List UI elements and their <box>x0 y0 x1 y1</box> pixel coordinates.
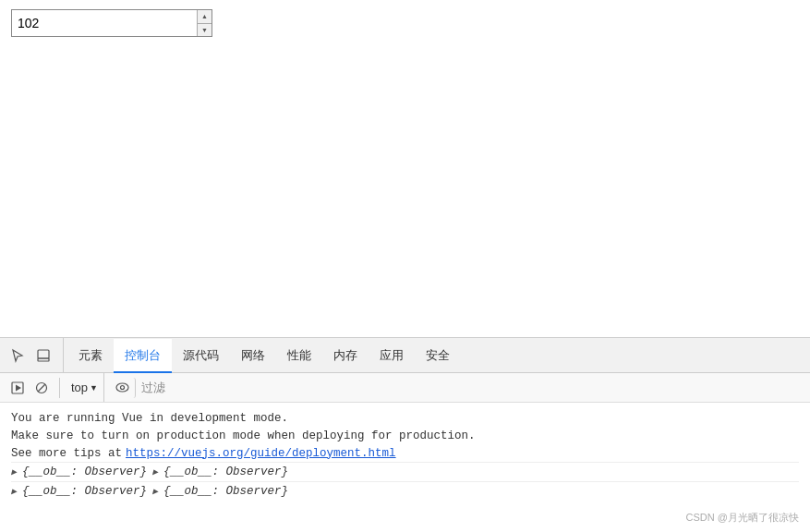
tab-memory[interactable]: 内存 <box>322 339 369 373</box>
devtools-toolbar: top ▼ 过滤 <box>0 373 810 403</box>
devtools-panel: 元素 控制台 源代码 网络 性能 内存 应用 安全 <box>0 337 810 532</box>
deployment-link[interactable]: https://vuejs.org/guide/deployment.html <box>126 445 396 463</box>
tab-application[interactable]: 应用 <box>369 339 415 373</box>
spinner-buttons: ▲ ▼ <box>197 10 212 36</box>
devtools-tabs: 元素 控制台 源代码 网络 性能 内存 应用 安全 <box>0 338 810 373</box>
toolbar-icon-group <box>7 378 60 398</box>
console-line-1: You are running Vue in development mode. <box>11 410 799 428</box>
expand-icon-2b[interactable]: ▶ <box>152 486 158 497</box>
spinner-up-button[interactable]: ▲ <box>198 10 212 24</box>
console-obj-row-1: ▶ {__ob__: Observer} ▶ {__ob__: Observer… <box>11 462 799 481</box>
play-icon[interactable] <box>7 378 28 398</box>
console-obj-row-2: ▶ {__ob__: Observer} ▶ {__ob__: Observer… <box>11 481 799 501</box>
obj-2b: {__ob__: Observer} <box>163 485 288 498</box>
obj-1b: {__ob__: Observer} <box>163 466 288 478</box>
number-input[interactable] <box>12 10 197 36</box>
eye-button[interactable] <box>110 378 136 398</box>
tab-console[interactable]: 控制台 <box>114 339 172 373</box>
tab-security[interactable]: 安全 <box>415 339 461 373</box>
filter-label: 过滤 <box>141 380 165 396</box>
number-input-wrapper: ▲ ▼ <box>11 9 212 37</box>
svg-rect-0 <box>38 350 49 358</box>
top-label: top <box>71 381 88 394</box>
svg-marker-3 <box>16 384 21 391</box>
top-selector[interactable]: top ▼ <box>66 373 104 402</box>
tab-performance[interactable]: 性能 <box>276 339 322 373</box>
console-line-2: Make sure to turn on production mode whe… <box>11 428 799 445</box>
expand-icon-1b[interactable]: ▶ <box>152 466 158 478</box>
tab-elements[interactable]: 元素 <box>67 339 114 373</box>
svg-point-7 <box>121 386 125 390</box>
obj-2a: {__ob__: Observer} <box>22 485 147 498</box>
top-area: ▲ ▼ <box>0 0 810 240</box>
tab-sources[interactable]: 源代码 <box>172 339 230 373</box>
ban-icon[interactable] <box>31 378 52 398</box>
tab-icon-group <box>7 338 64 372</box>
dropdown-arrow-icon: ▼ <box>90 383 98 393</box>
svg-point-6 <box>116 383 128 392</box>
expand-icon-1[interactable]: ▶ <box>11 466 17 478</box>
svg-line-5 <box>38 384 45 392</box>
watermark: CSDN @月光晒了很凉快 <box>686 511 799 525</box>
obj-1a: {__ob__: Observer} <box>22 466 147 478</box>
layers-icon[interactable] <box>33 345 54 366</box>
svg-rect-1 <box>38 358 49 361</box>
console-line-3: See more tips at https://vuejs.org/guide… <box>11 445 799 463</box>
spinner-down-button[interactable]: ▼ <box>198 24 212 37</box>
expand-icon-2[interactable]: ▶ <box>11 486 17 497</box>
cursor-icon[interactable] <box>7 345 28 366</box>
tab-network[interactable]: 网络 <box>230 339 276 373</box>
